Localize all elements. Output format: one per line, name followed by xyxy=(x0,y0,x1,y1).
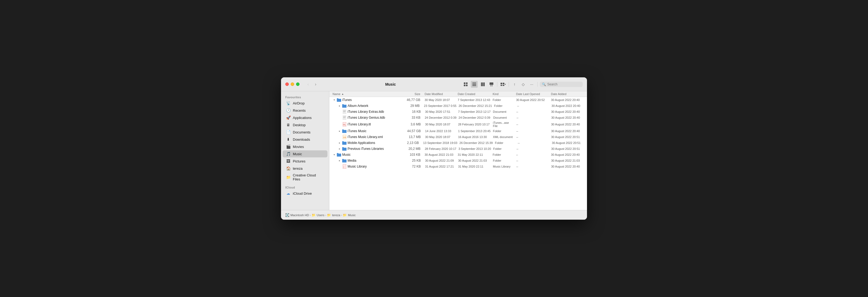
expand-arrow[interactable]: ▸ xyxy=(338,104,341,108)
table-row[interactable]: ♫ Music Library 72 KB 31 August 2022 17:… xyxy=(329,164,587,170)
table-row[interactable]: ▸ Album Artwork 29 MB 23 September 2017 … xyxy=(329,103,587,109)
cell-date-created: 30 August 2022 21:03 xyxy=(456,159,491,162)
cell-date-last-opened: 30 August 2022 20:52 xyxy=(514,98,549,101)
cell-kind: Folder xyxy=(491,159,514,162)
file-icon xyxy=(337,152,341,157)
cell-kind: Document xyxy=(491,116,515,119)
svg-rect-17 xyxy=(343,110,346,114)
column-view-button[interactable] xyxy=(479,81,486,88)
sidebar-item-recents[interactable]: 🕐 Recents xyxy=(283,107,328,114)
sidebar-item-icloud-drive[interactable]: ☁ iCloud Drive xyxy=(283,190,328,197)
table-row[interactable]: ITL iTunes Library.itl 3,6 MB 30 May 202… xyxy=(329,121,587,128)
cell-date-created: 7 September 2013 12:43 xyxy=(456,98,490,101)
icon-view-button[interactable] xyxy=(462,81,469,88)
back-button[interactable]: ‹ xyxy=(305,81,311,88)
sidebar-item-documents[interactable]: 📄 Documents xyxy=(283,129,328,136)
sidebar-item-desktop[interactable]: 🖥 Desktop xyxy=(283,121,328,128)
expand-arrow[interactable]: ▸ xyxy=(338,141,341,145)
cell-date-added: 30 August 2022 20:40 xyxy=(549,129,584,133)
group-button[interactable]: ▾ xyxy=(499,81,506,88)
col-size-header[interactable]: Size xyxy=(402,92,420,96)
expand-arrow[interactable]: ▾ xyxy=(333,98,336,101)
breadcrumb-item-users[interactable]: 📁Users xyxy=(312,213,324,217)
forward-button[interactable]: › xyxy=(312,81,319,88)
table-row[interactable]: ▸ Previous iTunes Libraries 20,2 MB 28 F… xyxy=(329,146,587,152)
col-name-header[interactable]: Name ▲ xyxy=(333,92,402,96)
table-row[interactable]: XML iTunes Music Library.xml 13,7 MB 30 … xyxy=(329,134,587,140)
sidebar-item-creative-cloud[interactable]: 📁 Creative Cloud Files xyxy=(283,172,328,182)
breadcrumb-item-tereza[interactable]: 📁tereza xyxy=(327,213,340,217)
search-input[interactable] xyxy=(547,83,581,86)
sidebar-item-pictures[interactable]: 🖼 Pictures xyxy=(283,158,328,165)
breadcrumb-bar: 💽Macintosh HD›📁Users›📁tereza›📁Music xyxy=(281,210,587,220)
sidebar-icon-pictures: 🖼 xyxy=(286,159,291,164)
maximize-button[interactable] xyxy=(296,83,300,86)
file-name: Album Artwork xyxy=(348,104,368,108)
svg-text:XML: XML xyxy=(343,137,346,138)
table-row[interactable]: iTunes Library Extras.itdb 16 KB 30 May … xyxy=(329,109,587,115)
tag-button[interactable]: ◇ xyxy=(520,81,527,88)
close-button[interactable] xyxy=(285,83,289,86)
table-row[interactable]: ▸ iTunes Music 44,57 GB 14 June 2022 13:… xyxy=(329,128,587,134)
sidebar-item-movies[interactable]: 🎬 Movies xyxy=(283,143,328,150)
expand-arrow[interactable]: ▾ xyxy=(333,153,336,156)
breadcrumb-label: Macintosh HD xyxy=(290,213,309,217)
sidebar-item-tereza[interactable]: 🏠 tereza xyxy=(283,165,328,172)
table-row[interactable]: ▸ Mobile Applications 2,13 GB 13 Septemb… xyxy=(329,140,587,146)
breadcrumb-separator: › xyxy=(325,213,326,217)
cell-date-last-opened: -- xyxy=(514,110,549,113)
file-name: Media xyxy=(348,159,356,162)
expand-arrow[interactable]: ▸ xyxy=(338,147,341,150)
table-row[interactable]: ▸ Media 25 KB 30 August 2022 21:09 30 Au… xyxy=(329,158,587,164)
breadcrumb-label: Users xyxy=(317,213,324,217)
col-date-mod-header[interactable]: Date Modified xyxy=(420,92,456,96)
col-date-created-header[interactable]: Date Created xyxy=(456,92,490,96)
sidebar-item-music[interactable]: 🎵 Music xyxy=(283,150,328,157)
cell-size: 25 KB xyxy=(402,159,421,162)
gallery-view-button[interactable] xyxy=(488,81,495,88)
col-kind-header[interactable]: Kind xyxy=(490,92,514,96)
action-button[interactable]: ··· xyxy=(528,81,535,88)
cell-date-last-opened: -- xyxy=(515,104,550,108)
share-button[interactable]: ↑ xyxy=(511,81,518,88)
file-name: iTunes Library Genius.itdb xyxy=(348,116,385,119)
file-name: iTunes xyxy=(342,98,352,102)
svg-rect-11 xyxy=(490,85,491,86)
svg-rect-7 xyxy=(481,83,482,86)
file-name: Mobile Applications xyxy=(348,141,375,145)
table-row[interactable]: iTunes Library Genius.itdb 33 KB 24 Dece… xyxy=(329,115,587,121)
sidebar-item-airdrop[interactable]: 📡 AirDrop xyxy=(283,100,328,107)
table-row[interactable]: ▾ iTunes 46,77 GB 30 May 2020 18:07 7 Se… xyxy=(329,97,587,103)
col-date-added-header[interactable]: Date Added xyxy=(549,92,584,96)
minimize-button[interactable] xyxy=(291,83,294,86)
nav-buttons: ‹ › xyxy=(305,81,319,88)
file-name-cell: XML iTunes Music Library.xml xyxy=(333,135,402,139)
sidebar-icon-icloud-drive: ☁ xyxy=(286,191,291,196)
column-headers: Name ▲ Size Date Modified Date Created K… xyxy=(329,91,587,97)
cell-date-created: 1 September 2013 20:45 xyxy=(456,129,491,133)
cell-date-modified: 14 June 2022 13:33 xyxy=(421,129,456,133)
sidebar-label-documents: Documents xyxy=(293,130,311,134)
expand-arrow[interactable]: ▸ xyxy=(338,129,341,133)
table-row[interactable]: ▾ Music 103 KB 30 August 2022 21:03 31 M… xyxy=(329,152,587,158)
cell-date-modified: 30 August 2022 21:03 xyxy=(420,153,456,156)
breadcrumb-item-macintosh-hd[interactable]: 💽Macintosh HD xyxy=(285,213,309,217)
sidebar-item-applications[interactable]: 🚀 Applications xyxy=(283,114,328,121)
sidebar: Favourites 📡 AirDrop 🕐 Recents 🚀 Applica… xyxy=(281,91,329,210)
file-area: Name ▲ Size Date Modified Date Created K… xyxy=(329,91,587,210)
svg-rect-6 xyxy=(472,85,476,86)
col-date-last-header[interactable]: Date Last Opened xyxy=(514,92,549,96)
cell-date-last-opened: -- xyxy=(514,129,549,133)
cell-date-added: 30 August 2022 20:40 xyxy=(549,98,584,101)
sidebar-item-downloads[interactable]: ⬇ Downloads xyxy=(283,136,328,143)
cell-size: 44,57 GB xyxy=(402,129,421,133)
file-icon xyxy=(342,103,346,108)
file-icon xyxy=(342,158,346,163)
breadcrumb-label: tereza xyxy=(332,213,340,217)
breadcrumb-item-music[interactable]: 📁Music xyxy=(343,213,355,217)
expand-arrow[interactable]: ▸ xyxy=(338,159,341,162)
cell-date-added: 30 August 2022 20:51 xyxy=(550,141,584,145)
list-view-button[interactable] xyxy=(471,81,478,88)
file-name: iTunes Music Library.xml xyxy=(348,135,383,139)
search-box[interactable]: 🔍 xyxy=(540,82,583,87)
